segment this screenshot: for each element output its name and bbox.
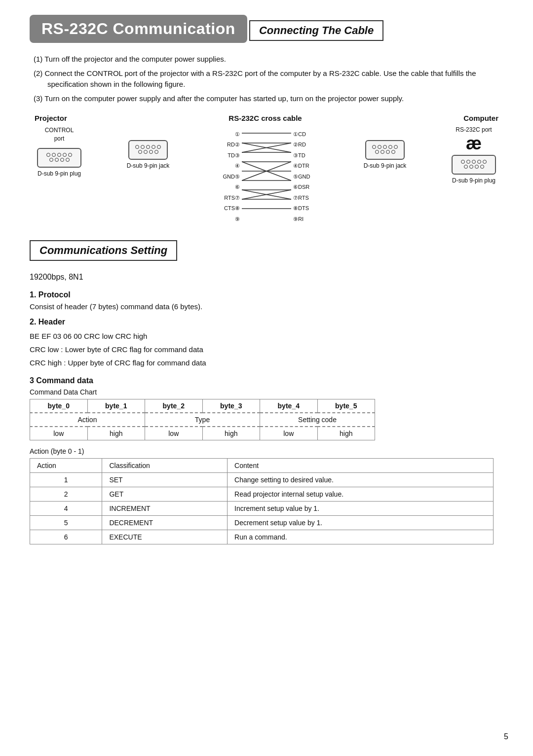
byte-high-5: high: [317, 427, 375, 440]
action-row-1: 1 SET Change setting to desired value.: [30, 472, 494, 487]
action-val-6: 6: [30, 530, 102, 544]
action-row-2: 2 GET Read projector internal setup valu…: [30, 487, 494, 501]
byte-action: Action: [30, 413, 145, 427]
action-content-2: Read projector internal setup value.: [228, 487, 494, 501]
section2-heading: Communications Setting: [39, 244, 167, 257]
cable-headers: Projector RS-232C cross cable Computer: [30, 114, 503, 122]
jack-top-row: [135, 145, 161, 149]
ae-symbol: æ: [466, 133, 482, 154]
byte-high-3: high: [202, 427, 260, 440]
step-3: (3) Turn on the computer power supply an…: [34, 93, 503, 105]
action-th-classification: Classification: [102, 458, 228, 472]
action-val-5: 5: [30, 515, 102, 530]
page-number: 5: [504, 732, 508, 741]
crc-high: CRC high : Upper byte of CRC flag for co…: [30, 356, 503, 369]
protocol-heading: 1. Protocol: [30, 290, 503, 299]
action-val-2: 2: [30, 487, 102, 501]
steps-list: (1) Turn off the projector and the compu…: [30, 54, 503, 104]
action-table: Action Classification Content 1 SET Chan…: [30, 458, 494, 544]
projector-header: Projector: [35, 114, 67, 122]
jack-bottom-row: [138, 150, 158, 154]
computer-header: Computer: [463, 114, 498, 122]
action-val-1: 1: [30, 472, 102, 487]
rs232c-port-label: RS-232C port: [456, 126, 492, 133]
action-content-4: Increment setup value by 1.: [228, 501, 494, 515]
comp-plug-top: [461, 160, 487, 164]
action-row-4: 4 INCREMENT Increment setup value by 1.: [30, 501, 494, 515]
action-table-label: Action (byte 0 - 1): [30, 447, 503, 455]
byte-th-2: byte_2: [145, 399, 203, 413]
byte-th-1: byte_1: [87, 399, 145, 413]
action-content-6: Run a command.: [228, 530, 494, 544]
action-content-1: Change setting to desired value.: [228, 472, 494, 487]
crc-low: CRC low : Lower byte of CRC flag for com…: [30, 343, 503, 356]
cmd-heading: 3 Command data: [30, 376, 503, 385]
control-port-label: CONTROLport: [45, 126, 74, 143]
projector-plug-label: D-sub 9-pin plug: [38, 170, 81, 178]
byte-low-0: low: [30, 427, 88, 440]
action-th-content: Content: [228, 458, 494, 472]
byte-table: byte_0 byte_1 byte_2 byte_3 byte_4 byte_…: [30, 399, 375, 440]
byte-th-4: byte_4: [260, 399, 318, 413]
byte-low-2: low: [145, 427, 203, 440]
action-class-6: EXECUTE: [102, 530, 228, 544]
header-heading: 2. Header: [30, 318, 503, 326]
action-class-2: GET: [102, 487, 228, 501]
action-class-1: SET: [102, 472, 228, 487]
cable-header: RS-232C cross cable: [228, 114, 302, 122]
cross-cable-svg: [242, 128, 291, 215]
computer-jack-bottom: [375, 150, 395, 154]
action-content-5: Decrement setup value by 1.: [228, 515, 494, 530]
byte-th-0: byte_0: [30, 399, 88, 413]
projector-jack-label: D-sub 9-pin jack: [127, 162, 170, 170]
action-class-4: INCREMENT: [102, 501, 228, 515]
action-val-4: 4: [30, 501, 102, 515]
cable-section: CONTROLport D-sub 9-pin plug: [30, 126, 503, 224]
plug-bottom-row: [49, 158, 70, 162]
plug-top-row: [46, 153, 72, 157]
page-title: RS-232C Communication: [41, 20, 235, 38]
section1-heading: Connecting The Cable: [259, 24, 374, 37]
byte-setting: Setting code: [260, 413, 375, 427]
action-row-6: 6 EXECUTE Run a command.: [30, 530, 494, 544]
baud-rate: 19200bps, 8N1: [30, 273, 503, 282]
header-values: BE EF 03 06 00 CRC low CRC high: [30, 329, 503, 343]
step-1: (1) Turn off the projector and the compu…: [34, 54, 503, 65]
left-pin-labels: ① RD② TD③ ④ GND⑤ ⑥ RTS⑦ CTS⑧ ⑨: [222, 128, 240, 224]
section1-box: Connecting The Cable: [249, 20, 383, 41]
action-th-action: Action: [30, 458, 102, 472]
section2-box: Communications Setting: [30, 240, 177, 261]
computer-jack-top: [372, 145, 398, 149]
action-row-5: 5 DECREMENT Decrement setup value by 1.: [30, 515, 494, 530]
cmd-chart-label: Command Data Chart: [30, 388, 503, 396]
byte-type: Type: [145, 413, 260, 427]
computer-plug-label: D-sub 9-pin plug: [452, 177, 495, 185]
byte-th-3: byte_3: [202, 399, 260, 413]
byte-low-4: low: [260, 427, 318, 440]
byte-th-5: byte_5: [317, 399, 375, 413]
right-pin-labels: ①CD ②RD ③TD ④DTR ⑤GND ⑥DSR ⑦RTS ⑧DTS ⑨RI: [293, 128, 311, 224]
comp-plug-bottom: [464, 165, 484, 169]
header-text: BE EF 03 06 00 CRC low CRC high CRC low …: [30, 329, 503, 369]
page-title-bar: RS-232C Communication: [30, 15, 247, 43]
action-class-5: DECREMENT: [102, 515, 228, 530]
byte-high-1: high: [87, 427, 145, 440]
computer-jack-label: D-sub 9-pin jack: [364, 162, 407, 170]
comm-setting-section: 19200bps, 8N1 1. Protocol Consist of hea…: [30, 273, 503, 544]
protocol-text: Consist of header (7 bytes) command data…: [30, 302, 503, 311]
step-2: (2) Connect the CONTROL port of the proj…: [34, 68, 503, 90]
